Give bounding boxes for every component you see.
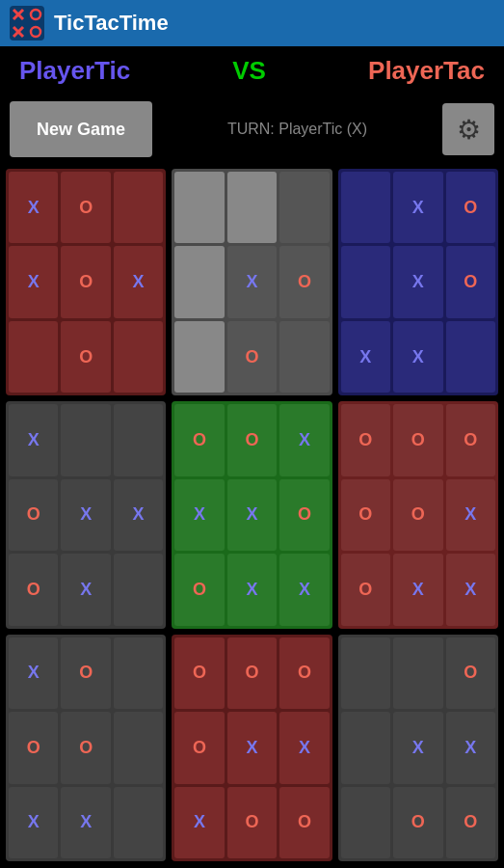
- cell-2-5[interactable]: O: [446, 246, 495, 317]
- cell-5-2[interactable]: O: [446, 404, 495, 475]
- sub-board-7[interactable]: OOOOXXXOO: [172, 635, 332, 861]
- cell-0-3[interactable]: X: [9, 246, 58, 317]
- sub-board-6[interactable]: XOOOXX: [6, 635, 166, 861]
- cell-0-2[interactable]: [114, 172, 163, 243]
- cell-8-4[interactable]: X: [393, 712, 442, 783]
- sub-board-0[interactable]: XOXOXO: [6, 169, 166, 395]
- player1-name: PlayerTic: [19, 56, 130, 86]
- cell-5-7[interactable]: X: [393, 554, 442, 625]
- cell-2-0[interactable]: [341, 172, 390, 243]
- cell-6-5[interactable]: [114, 712, 163, 783]
- cell-3-5[interactable]: X: [114, 479, 163, 551]
- cell-0-5[interactable]: X: [114, 246, 163, 317]
- cell-1-6[interactable]: [174, 321, 224, 393]
- cell-1-7[interactable]: O: [227, 321, 277, 393]
- cell-3-6[interactable]: O: [9, 554, 58, 625]
- new-game-button[interactable]: New Game: [10, 101, 152, 157]
- cell-5-3[interactable]: O: [341, 479, 390, 551]
- cell-6-8[interactable]: [114, 787, 163, 858]
- main-grid: XOXOXOXOOXOXOXXXOXXOXOOXXXOOXXOOOOOXOXXX…: [0, 163, 504, 867]
- cell-5-8[interactable]: X: [446, 554, 495, 625]
- cell-3-2[interactable]: [114, 404, 163, 475]
- cell-4-4[interactable]: X: [227, 479, 277, 551]
- cell-5-1[interactable]: O: [393, 404, 442, 475]
- cell-0-1[interactable]: O: [61, 172, 110, 243]
- cell-2-3[interactable]: [341, 246, 390, 317]
- cell-2-1[interactable]: X: [393, 172, 442, 243]
- cell-1-0[interactable]: [174, 172, 224, 243]
- player2-name: PlayerTac: [368, 56, 485, 86]
- cell-7-7[interactable]: O: [227, 787, 277, 858]
- cell-6-0[interactable]: X: [9, 637, 58, 709]
- sub-board-1[interactable]: XOO: [172, 169, 332, 395]
- cell-5-4[interactable]: O: [393, 479, 442, 551]
- cell-3-1[interactable]: [61, 404, 110, 475]
- app-title: TicTacTime: [54, 11, 169, 36]
- gear-icon: ⚙: [457, 114, 481, 146]
- cell-4-5[interactable]: O: [279, 479, 329, 551]
- cell-0-4[interactable]: O: [61, 246, 110, 317]
- cell-3-0[interactable]: X: [9, 404, 58, 475]
- cell-3-3[interactable]: O: [9, 479, 58, 551]
- cell-8-8[interactable]: O: [446, 787, 495, 858]
- turn-label: TURN: PlayerTic (X): [152, 121, 442, 138]
- cell-1-8[interactable]: [279, 321, 329, 393]
- cell-3-4[interactable]: X: [61, 479, 110, 551]
- sub-board-4[interactable]: OOXXXOOXX: [172, 401, 332, 628]
- cell-2-7[interactable]: X: [393, 321, 442, 393]
- cell-1-1[interactable]: [227, 172, 277, 243]
- cell-7-5[interactable]: X: [279, 712, 329, 783]
- sub-board-2[interactable]: XOXOXX: [338, 169, 498, 395]
- cell-4-3[interactable]: X: [174, 479, 224, 551]
- cell-6-3[interactable]: O: [9, 712, 58, 783]
- cell-8-0[interactable]: [341, 637, 390, 709]
- cell-4-2[interactable]: X: [279, 404, 329, 475]
- cell-1-3[interactable]: [174, 246, 224, 317]
- cell-4-0[interactable]: O: [174, 404, 224, 475]
- cell-2-8[interactable]: [446, 321, 495, 393]
- cell-7-3[interactable]: O: [174, 712, 224, 783]
- cell-7-8[interactable]: O: [279, 787, 329, 858]
- cell-0-6[interactable]: [9, 321, 58, 393]
- cell-1-4[interactable]: X: [227, 246, 277, 317]
- cell-7-2[interactable]: O: [279, 637, 329, 709]
- settings-button[interactable]: ⚙: [442, 103, 494, 155]
- cell-0-7[interactable]: O: [61, 321, 110, 393]
- cell-2-2[interactable]: O: [446, 172, 495, 243]
- cell-1-5[interactable]: O: [279, 246, 329, 317]
- cell-5-0[interactable]: O: [341, 404, 390, 475]
- cell-4-8[interactable]: X: [279, 554, 329, 625]
- cell-8-2[interactable]: O: [446, 637, 495, 709]
- cell-0-0[interactable]: X: [9, 172, 58, 243]
- cell-4-7[interactable]: X: [227, 554, 277, 625]
- sub-board-3[interactable]: XOXXOX: [6, 401, 166, 628]
- cell-8-6[interactable]: [341, 787, 390, 858]
- cell-7-1[interactable]: O: [227, 637, 277, 709]
- cell-6-4[interactable]: O: [61, 712, 110, 783]
- cell-6-7[interactable]: X: [61, 787, 110, 858]
- sub-board-5[interactable]: OOOOOXOXX: [338, 401, 498, 628]
- cell-8-3[interactable]: [341, 712, 390, 783]
- cell-6-1[interactable]: O: [61, 637, 110, 709]
- cell-5-6[interactable]: O: [341, 554, 390, 625]
- cell-8-7[interactable]: O: [393, 787, 442, 858]
- cell-8-1[interactable]: [393, 637, 442, 709]
- cell-3-8[interactable]: [114, 554, 163, 625]
- cell-7-4[interactable]: X: [227, 712, 277, 783]
- cell-4-6[interactable]: O: [174, 554, 224, 625]
- cell-7-0[interactable]: O: [174, 637, 224, 709]
- cell-3-7[interactable]: X: [61, 554, 110, 625]
- cell-8-5[interactable]: X: [446, 712, 495, 783]
- vs-label: VS: [232, 56, 266, 86]
- cell-2-4[interactable]: X: [393, 246, 442, 317]
- cell-4-1[interactable]: O: [227, 404, 277, 475]
- sub-board-8[interactable]: OXXOO: [338, 635, 498, 861]
- app-icon: [10, 6, 44, 41]
- cell-7-6[interactable]: X: [174, 787, 224, 858]
- cell-1-2[interactable]: [279, 172, 329, 243]
- cell-6-6[interactable]: X: [9, 787, 58, 858]
- cell-6-2[interactable]: [114, 637, 163, 709]
- cell-0-8[interactable]: [114, 321, 163, 393]
- cell-2-6[interactable]: X: [341, 321, 390, 393]
- cell-5-5[interactable]: X: [446, 479, 495, 551]
